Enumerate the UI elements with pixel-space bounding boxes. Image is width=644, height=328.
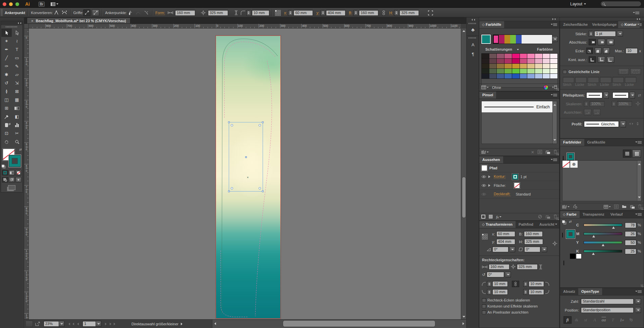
cs-live-button[interactable] [25,321,33,327]
black-color-chip[interactable] [570,254,576,259]
harmony-colors-strip[interactable] [493,35,552,44]
convert-to-smooth-button[interactable] [61,10,68,16]
tab-transformieren[interactable]: Transformieren [479,221,516,228]
arrow-scale-end-field[interactable]: 100% [617,101,632,107]
cap-round-button[interactable] [598,39,605,45]
rect-height-field[interactable]: 325 mm [517,264,538,270]
tab-zeichenflaeche[interactable]: Zeichenfläche [560,21,591,28]
cmyk-slider-Y[interactable] [584,241,622,244]
color-paint-button[interactable] [2,170,8,175]
swap-arrowheads-icon[interactable]: ⇄ [638,93,641,98]
tab-kontur[interactable]: Kontur [618,21,640,28]
magic-wand-tool[interactable]: ✶ [1,37,12,45]
corner-tl-icon[interactable] [482,282,486,286]
variation-swatch-4-8[interactable] [543,74,550,78]
pen-tool[interactable]: ✒ [1,45,12,54]
zoom-window-button[interactable] [15,2,19,6]
flip-along-icon[interactable] [629,122,634,126]
stroke-weight-value[interactable]: 1 pt [520,175,526,179]
mesh-tool[interactable]: ⊞ [1,104,12,112]
appearance-item-path[interactable]: Pfad [479,164,559,172]
paragraph-styles-panel-icon[interactable]: ¶ [467,49,479,59]
weight-dropdown[interactable] [618,31,623,37]
new-color-group-icon[interactable] [622,205,627,209]
zoom-level-field[interactable]: 23% [44,321,59,327]
arrow-align-tip-button[interactable] [584,109,591,115]
cap-projecting-button[interactable] [607,39,614,45]
variation-swatch-1-8[interactable] [543,59,550,63]
minimize-window-button[interactable] [9,2,13,6]
next-artboard-button[interactable] [103,321,109,327]
corner-link-button[interactable] [512,281,519,287]
transform-options-icon[interactable] [427,10,434,16]
character-styles-panel-icon[interactable]: A [467,40,479,49]
new-brush-icon[interactable] [545,150,550,155]
opentype-feature-1[interactable]: & [573,316,581,324]
variation-swatch-0-2[interactable] [497,54,504,58]
harmony-color-0[interactable] [493,35,499,44]
arrow-scale-link-icon[interactable] [636,101,640,107]
selection-tool[interactable] [1,29,12,37]
tf-shear-field[interactable]: 0° [524,247,540,252]
harmony-color-4[interactable] [516,35,522,44]
height-stepper[interactable] [394,10,398,16]
harmony-color-2[interactable] [504,35,510,44]
variation-swatch-0-3[interactable] [504,54,512,58]
cmyk-value-M[interactable]: 26 [625,231,636,237]
shape-height-field[interactable]: 325 mm [208,10,228,16]
arrowhead-end-dropdown[interactable] [612,92,629,98]
artboard-nav-field[interactable]: 1 [83,321,96,327]
tab-pathfinder[interactable]: Pathfind [516,221,536,228]
stroke-swatch-teal[interactable] [9,155,21,167]
cmyk-value-K[interactable]: 25 [625,249,636,254]
rect-link-icon[interactable] [511,264,516,270]
close-window-button[interactable] [3,2,6,6]
list-view-button[interactable] [623,150,632,158]
variation-swatch-2-1[interactable] [489,64,497,68]
variation-swatch-3-9[interactable] [550,69,557,73]
arrange-documents-button[interactable] [51,2,58,6]
remove-anchor-button[interactable] [127,10,133,16]
transform-checkbox-0[interactable] [482,298,486,302]
x-field[interactable]: 60 mm [293,10,313,16]
opentype-feature-7[interactable]: ½ [627,316,635,324]
variation-swatch-2-4[interactable] [512,64,520,68]
width-tool[interactable]: ≬ [1,87,12,96]
corner-radius-stepper[interactable] [247,10,251,16]
new-fill-icon[interactable] [489,215,493,219]
variation-swatch-2-3[interactable] [504,64,512,68]
previous-artboard-button[interactable] [74,321,81,327]
variation-swatch-3-6[interactable] [527,69,535,73]
tf-x-field[interactable]: 60 mm [496,231,515,237]
variation-swatch-0-7[interactable] [535,54,542,58]
shape-label[interactable]: Form: [155,11,165,15]
y-stepper[interactable] [321,10,325,16]
appearance-item-fill[interactable]: Fläche: [479,181,559,190]
tab-transparenz[interactable]: Transparenz [580,211,607,218]
miter-limit-field[interactable]: 10 [626,48,637,54]
close-document-icon[interactable]: × [31,19,33,23]
x-label[interactable]: x: [284,11,287,15]
edit-colors-icon[interactable] [543,85,548,90]
stroke-proxy-teal[interactable] [567,153,574,160]
dash-field-5[interactable] [625,77,636,83]
live-corner-widget-bottom-right[interactable] [259,187,261,189]
variation-swatch-0-0[interactable] [482,54,489,58]
clear-appearance-icon[interactable] [538,215,542,219]
zoom-tool[interactable] [12,138,22,146]
variation-swatch-0-6[interactable] [527,54,535,58]
variation-swatch-0-9[interactable] [550,54,557,58]
opentype-feature-6[interactable]: 1st [618,316,626,324]
tf-y-field[interactable]: 404 mm [496,239,515,244]
add-effect-icon[interactable]: fx [496,215,501,219]
artboard-nav-dropdown[interactable] [96,321,101,327]
variation-swatch-2-5[interactable] [520,64,527,68]
variation-swatch-2-2[interactable] [497,64,504,68]
variation-swatch-1-2[interactable] [497,59,504,63]
corner-radius-field[interactable]: 10 mm [252,10,269,16]
dash-field-3[interactable] [600,77,611,83]
transform-checkbox-2[interactable] [482,310,486,314]
visibility-eye-icon-dim[interactable] [481,193,486,196]
convert-to-corner-button[interactable] [53,10,60,16]
visibility-eye-icon[interactable] [481,175,486,178]
